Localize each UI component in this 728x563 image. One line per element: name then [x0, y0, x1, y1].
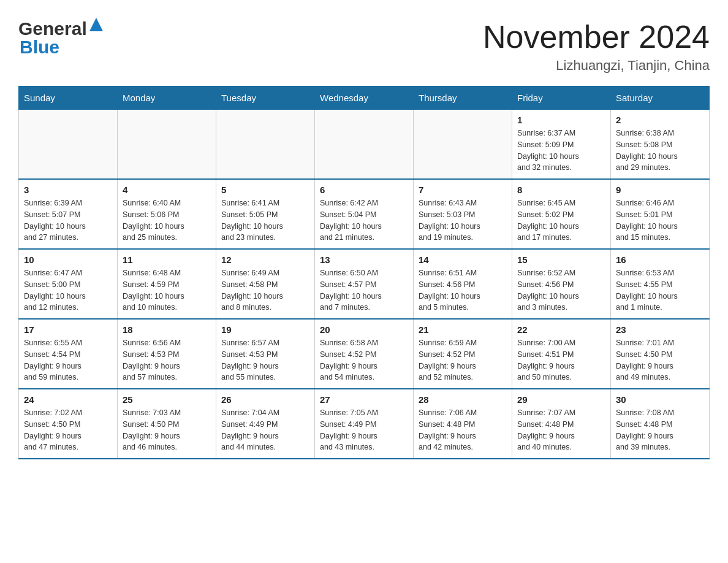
- day-number: 13: [320, 255, 408, 265]
- day-number: 10: [24, 255, 112, 265]
- day-number: 25: [123, 394, 211, 405]
- calendar-cell: 24Sunrise: 7:02 AM Sunset: 4:50 PM Dayli…: [19, 389, 118, 459]
- day-info: Sunrise: 7:04 AM Sunset: 4:49 PM Dayligh…: [221, 407, 309, 453]
- day-info: Sunrise: 6:37 AM Sunset: 5:09 PM Dayligh…: [517, 128, 605, 174]
- day-number: 23: [616, 324, 704, 335]
- day-info: Sunrise: 7:01 AM Sunset: 4:50 PM Dayligh…: [616, 337, 704, 383]
- calendar-cell: 4Sunrise: 6:40 AM Sunset: 5:06 PM Daylig…: [118, 179, 216, 249]
- calendar-cell: 26Sunrise: 7:04 AM Sunset: 4:49 PM Dayli…: [216, 389, 315, 459]
- calendar-cell: 23Sunrise: 7:01 AM Sunset: 4:50 PM Dayli…: [611, 319, 710, 389]
- logo-triangle-icon: [89, 18, 103, 34]
- day-number: 4: [123, 185, 211, 195]
- calendar-cell: 10Sunrise: 6:47 AM Sunset: 5:00 PM Dayli…: [19, 249, 118, 319]
- calendar-cell: 17Sunrise: 6:55 AM Sunset: 4:54 PM Dayli…: [19, 319, 118, 389]
- calendar-cell: 8Sunrise: 6:45 AM Sunset: 5:02 PM Daylig…: [512, 179, 611, 249]
- logo-general-text: General: [18, 18, 87, 39]
- title-section: November 2024 Lizhuangzi, Tianjin, China: [483, 18, 710, 74]
- day-number: 28: [419, 394, 507, 405]
- day-info: Sunrise: 7:07 AM Sunset: 4:48 PM Dayligh…: [517, 407, 605, 453]
- day-info: Sunrise: 6:46 AM Sunset: 5:01 PM Dayligh…: [616, 197, 704, 243]
- calendar-cell: 6Sunrise: 6:42 AM Sunset: 5:04 PM Daylig…: [315, 179, 414, 249]
- day-number: 12: [221, 255, 309, 265]
- calendar-cell: 28Sunrise: 7:06 AM Sunset: 4:48 PM Dayli…: [414, 389, 512, 459]
- calendar-cell: 27Sunrise: 7:05 AM Sunset: 4:49 PM Dayli…: [315, 389, 414, 459]
- day-number: 19: [221, 324, 309, 335]
- day-number: 26: [221, 394, 309, 405]
- calendar-cell: 11Sunrise: 6:48 AM Sunset: 4:59 PM Dayli…: [118, 249, 216, 319]
- calendar-cell: 15Sunrise: 6:52 AM Sunset: 4:56 PM Dayli…: [512, 249, 611, 319]
- day-info: Sunrise: 6:45 AM Sunset: 5:02 PM Dayligh…: [517, 197, 605, 243]
- day-number: 24: [24, 394, 112, 405]
- calendar-cell: 13Sunrise: 6:50 AM Sunset: 4:57 PM Dayli…: [315, 249, 414, 319]
- day-info: Sunrise: 6:57 AM Sunset: 4:53 PM Dayligh…: [221, 337, 309, 383]
- day-number: 29: [517, 394, 605, 405]
- calendar-cell: 16Sunrise: 6:53 AM Sunset: 4:55 PM Dayli…: [611, 249, 710, 319]
- day-number: 21: [419, 324, 507, 335]
- day-number: 20: [320, 324, 408, 335]
- page-header: General Blue November 2024 Lizhuangzi, T…: [18, 18, 710, 74]
- calendar-week-1: 1Sunrise: 6:37 AM Sunset: 5:09 PM Daylig…: [19, 110, 710, 180]
- day-number: 18: [123, 324, 211, 335]
- weekday-header-row: SundayMondayTuesdayWednesdayThursdayFrid…: [19, 86, 710, 110]
- day-info: Sunrise: 6:53 AM Sunset: 4:55 PM Dayligh…: [616, 267, 704, 313]
- calendar-cell: 7Sunrise: 6:43 AM Sunset: 5:03 PM Daylig…: [414, 179, 512, 249]
- day-number: 1: [517, 115, 605, 125]
- weekday-header-thursday: Thursday: [414, 86, 512, 110]
- day-number: 15: [517, 255, 605, 265]
- day-number: 6: [320, 185, 408, 195]
- location-text: Lizhuangzi, Tianjin, China: [483, 58, 710, 74]
- day-info: Sunrise: 7:05 AM Sunset: 4:49 PM Dayligh…: [320, 407, 408, 453]
- day-number: 14: [419, 255, 507, 265]
- day-info: Sunrise: 6:38 AM Sunset: 5:08 PM Dayligh…: [616, 128, 704, 174]
- day-info: Sunrise: 6:41 AM Sunset: 5:05 PM Dayligh…: [221, 197, 309, 243]
- day-info: Sunrise: 6:43 AM Sunset: 5:03 PM Dayligh…: [419, 197, 507, 243]
- calendar-cell: 29Sunrise: 7:07 AM Sunset: 4:48 PM Dayli…: [512, 389, 611, 459]
- calendar-cell: 25Sunrise: 7:03 AM Sunset: 4:50 PM Dayli…: [118, 389, 216, 459]
- day-info: Sunrise: 6:48 AM Sunset: 4:59 PM Dayligh…: [123, 267, 211, 313]
- logo-blue-text: Blue: [18, 37, 59, 58]
- weekday-header-saturday: Saturday: [611, 86, 710, 110]
- calendar-cell: 12Sunrise: 6:49 AM Sunset: 4:58 PM Dayli…: [216, 249, 315, 319]
- weekday-header-wednesday: Wednesday: [315, 86, 414, 110]
- day-number: 16: [616, 255, 704, 265]
- day-info: Sunrise: 6:58 AM Sunset: 4:52 PM Dayligh…: [320, 337, 408, 383]
- calendar-cell: [414, 110, 512, 180]
- day-number: 5: [221, 185, 309, 195]
- day-info: Sunrise: 6:50 AM Sunset: 4:57 PM Dayligh…: [320, 267, 408, 313]
- day-number: 11: [123, 255, 211, 265]
- day-info: Sunrise: 6:55 AM Sunset: 4:54 PM Dayligh…: [24, 337, 112, 383]
- day-info: Sunrise: 6:39 AM Sunset: 5:07 PM Dayligh…: [24, 197, 112, 243]
- calendar-cell: 9Sunrise: 6:46 AM Sunset: 5:01 PM Daylig…: [611, 179, 710, 249]
- calendar-cell: 20Sunrise: 6:58 AM Sunset: 4:52 PM Dayli…: [315, 319, 414, 389]
- calendar-table: SundayMondayTuesdayWednesdayThursdayFrid…: [18, 86, 710, 459]
- day-info: Sunrise: 6:40 AM Sunset: 5:06 PM Dayligh…: [123, 197, 211, 243]
- calendar-week-5: 24Sunrise: 7:02 AM Sunset: 4:50 PM Dayli…: [19, 389, 710, 459]
- day-number: 8: [517, 185, 605, 195]
- day-number: 30: [616, 394, 704, 405]
- weekday-header-tuesday: Tuesday: [216, 86, 315, 110]
- day-info: Sunrise: 7:00 AM Sunset: 4:51 PM Dayligh…: [517, 337, 605, 383]
- calendar-cell: 30Sunrise: 7:08 AM Sunset: 4:48 PM Dayli…: [611, 389, 710, 459]
- day-number: 7: [419, 185, 507, 195]
- day-info: Sunrise: 7:02 AM Sunset: 4:50 PM Dayligh…: [24, 407, 112, 453]
- day-info: Sunrise: 6:51 AM Sunset: 4:56 PM Dayligh…: [419, 267, 507, 313]
- day-info: Sunrise: 6:42 AM Sunset: 5:04 PM Dayligh…: [320, 197, 408, 243]
- calendar-cell: [315, 110, 414, 180]
- day-number: 3: [24, 185, 112, 195]
- logo: General Blue: [18, 18, 103, 58]
- calendar-cell: 21Sunrise: 6:59 AM Sunset: 4:52 PM Dayli…: [414, 319, 512, 389]
- calendar-cell: 5Sunrise: 6:41 AM Sunset: 5:05 PM Daylig…: [216, 179, 315, 249]
- day-info: Sunrise: 6:47 AM Sunset: 5:00 PM Dayligh…: [24, 267, 112, 313]
- day-info: Sunrise: 7:08 AM Sunset: 4:48 PM Dayligh…: [616, 407, 704, 453]
- day-info: Sunrise: 7:06 AM Sunset: 4:48 PM Dayligh…: [419, 407, 507, 453]
- calendar-week-3: 10Sunrise: 6:47 AM Sunset: 5:00 PM Dayli…: [19, 249, 710, 319]
- weekday-header-friday: Friday: [512, 86, 611, 110]
- calendar-cell: 22Sunrise: 7:00 AM Sunset: 4:51 PM Dayli…: [512, 319, 611, 389]
- day-info: Sunrise: 7:03 AM Sunset: 4:50 PM Dayligh…: [123, 407, 211, 453]
- calendar-cell: 19Sunrise: 6:57 AM Sunset: 4:53 PM Dayli…: [216, 319, 315, 389]
- calendar-cell: 14Sunrise: 6:51 AM Sunset: 4:56 PM Dayli…: [414, 249, 512, 319]
- day-number: 22: [517, 324, 605, 335]
- day-info: Sunrise: 6:56 AM Sunset: 4:53 PM Dayligh…: [123, 337, 211, 383]
- weekday-header-monday: Monday: [118, 86, 216, 110]
- svg-marker-0: [89, 18, 103, 31]
